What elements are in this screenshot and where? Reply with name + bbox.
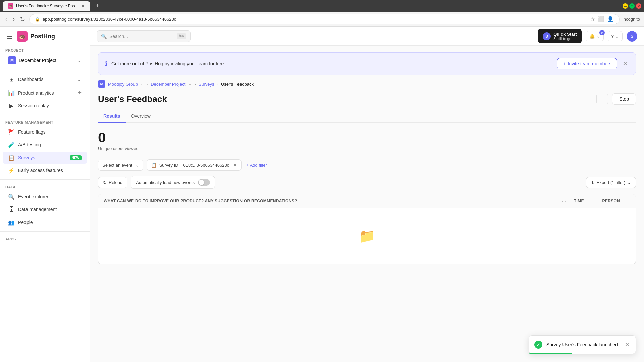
tab-results[interactable]: Results	[98, 110, 126, 123]
reload-icon: ↻	[103, 180, 107, 185]
bell-icon: 🔔	[589, 34, 595, 39]
toast-success-icon: ✓	[534, 341, 542, 349]
menu-toggle-btn[interactable]: ☰	[5, 31, 14, 42]
page-more-btn[interactable]: ···	[596, 94, 608, 104]
breadcrumb-sep-1: ›	[147, 82, 148, 87]
add-filter-btn[interactable]: + Add filter	[245, 160, 268, 170]
profile-icon[interactable]: 👤	[607, 16, 614, 22]
main-content: 🔍 Search... ⌘K 3 Quick Start 3 still to …	[90, 27, 644, 362]
sidebar-item-label-surveys: Surveys	[18, 155, 66, 160]
user-avatar-btn[interactable]: S	[627, 31, 637, 42]
tab-favicon: 🦔	[8, 3, 13, 9]
forward-btn[interactable]: ›	[11, 14, 16, 24]
toggle-knob	[199, 180, 204, 185]
help-btn[interactable]: ? ⌄	[608, 31, 623, 41]
filter-chip-remove-btn[interactable]: ✕	[233, 162, 237, 168]
sidebar-item-product-analytics[interactable]: 📊 Product analytics +	[3, 86, 87, 99]
window-controls: — □ ✕	[623, 3, 641, 9]
notifications-btn[interactable]: 🔔 0 ⌄	[586, 31, 604, 41]
sidebar-project-section-label: PROJECT	[0, 46, 90, 54]
info-icon: ℹ	[105, 60, 107, 67]
tab-close-btn[interactable]: ✕	[81, 3, 85, 9]
people-icon: 👥	[8, 219, 15, 226]
top-nav-right: 3 Quick Start 3 still to go 🔔 0 ⌄ ? ⌄ S	[538, 29, 637, 43]
breadcrumb-project[interactable]: December Project	[151, 82, 185, 87]
breadcrumb-sep-2: ›	[194, 82, 196, 87]
sidebar-data-section-label: DATA	[0, 182, 90, 190]
sidebar-project-selector[interactable]: M December Project ⌄	[3, 54, 87, 67]
sidebar-item-label-early-access: Early access features	[18, 168, 82, 173]
table-controls: ↻ Reload Automatically load new events ⬇…	[98, 176, 636, 189]
tab-overview[interactable]: Overview	[126, 110, 156, 123]
breadcrumb-chevron-1: ⌄	[141, 82, 144, 86]
breadcrumb-surveys[interactable]: Surveys	[199, 82, 214, 87]
product-analytics-add-icon[interactable]: +	[78, 89, 82, 96]
tab-title: User's Feedback • Surveys • Pos...	[16, 4, 78, 8]
dashboards-add-icon[interactable]: ⌄	[76, 76, 82, 83]
auto-load-toggle[interactable]	[198, 179, 210, 186]
person-col-label: PERSON	[602, 199, 620, 203]
invite-team-btn[interactable]: + Invite team members	[557, 58, 617, 69]
empty-folder-icon: 📁	[359, 228, 375, 244]
surveys-icon: 📋	[8, 154, 15, 161]
sidebar-item-dashboards[interactable]: ⊞ Dashboards ⌄	[3, 73, 87, 86]
plus-icon: +	[563, 61, 566, 66]
sidebar-item-label-ab-testing: A/B testing	[18, 142, 82, 147]
sidebar: ☰ 🦔 PostHog PROJECT M December Project ⌄…	[0, 27, 90, 362]
minimize-btn[interactable]: —	[623, 3, 628, 9]
survey-id-filter-chip[interactable]: 📋 Survey ID = 018c...3-5b653446623c ✕	[147, 159, 242, 171]
data-management-icon: 🗄	[8, 206, 15, 213]
new-tab-btn[interactable]: +	[93, 1, 102, 11]
address-bar[interactable]: 🔒 app.posthog.com/surveys/018c2336-47ce-…	[29, 14, 620, 24]
toast-close-btn[interactable]: ✕	[624, 340, 630, 349]
event-explorer-icon: 🔍	[8, 193, 15, 200]
quickstart-btn[interactable]: 3 Quick Start 3 still to go	[538, 29, 581, 43]
stop-survey-btn[interactable]: Stop	[612, 93, 636, 105]
sidebar-item-label-feature-flags: Feature flags	[18, 129, 82, 135]
banner-close-btn[interactable]: ✕	[621, 59, 629, 69]
back-btn[interactable]: ‹	[4, 14, 9, 24]
sidebar-item-early-access[interactable]: ⚡ Early access features	[3, 164, 87, 176]
sidebar-item-surveys[interactable]: 📋 Surveys NEW	[3, 152, 87, 164]
breadcrumb-org[interactable]: Moodjoy Group	[108, 82, 138, 87]
reload-btn[interactable]: ↻ Reload	[98, 177, 127, 188]
stats-section: 0 Unique users viewed	[98, 131, 636, 151]
sidebar-item-event-explorer[interactable]: 🔍 Event explorer	[3, 191, 87, 203]
breadcrumb-current: User's Feedback	[221, 82, 254, 87]
question-col-more-btn[interactable]: ···	[562, 198, 566, 204]
auto-load-control: Automatically load new events	[131, 176, 215, 189]
ab-testing-icon: 🧪	[8, 141, 15, 148]
invite-btn-label: Invite team members	[568, 61, 611, 66]
address-text: app.posthog.com/surveys/018c2336-47ce-00…	[43, 17, 176, 22]
cast-icon[interactable]: ⬜	[598, 16, 604, 22]
sidebar-item-ab-testing[interactable]: 🧪 A/B testing	[3, 139, 87, 151]
project-name: December Project	[19, 58, 75, 63]
sidebar-item-label-dashboards: Dashboards	[18, 77, 73, 82]
product-analytics-icon: 📊	[8, 89, 15, 96]
person-col-more-btn[interactable]: ···	[621, 199, 625, 203]
search-placeholder-text: Search...	[109, 34, 128, 39]
sidebar-item-label-people: People	[18, 220, 82, 225]
bookmark-icon[interactable]: ☆	[590, 16, 595, 22]
sidebar-item-session-replay[interactable]: ▶ Session replay	[3, 100, 87, 112]
sidebar-divider-4	[0, 231, 90, 232]
early-access-icon: ⚡	[8, 167, 15, 174]
active-tab[interactable]: 🦔 User's Feedback • Surveys • Pos... ✕	[3, 1, 90, 11]
maximize-btn[interactable]: □	[629, 3, 635, 9]
feature-flags-icon: 🚩	[8, 129, 15, 135]
sidebar-item-feature-flags[interactable]: 🚩 Feature flags	[3, 126, 87, 138]
search-bar[interactable]: 🔍 Search... ⌘K	[97, 30, 191, 42]
stat-unique-users-number: 0	[98, 131, 636, 145]
export-btn[interactable]: ⬇ Export (1 filter) ⌄	[586, 177, 636, 188]
data-table: WHAT CAN WE DO TO IMPROVE OUR PRODUCT? A…	[98, 194, 636, 264]
breadcrumb: M Moodjoy Group ⌄ › December Project ⌄ ›…	[98, 80, 636, 88]
sidebar-item-label-data-management: Data management	[18, 207, 82, 212]
sidebar-item-people[interactable]: 👥 People	[3, 216, 87, 228]
sidebar-item-data-management[interactable]: 🗄 Data management	[3, 203, 87, 216]
close-btn[interactable]: ✕	[636, 3, 641, 9]
time-col-more-btn[interactable]: ···	[585, 199, 589, 203]
posthog-logo: 🦔 PostHog	[17, 31, 55, 42]
sidebar-divider-1	[0, 70, 90, 70]
event-selector[interactable]: Select an event ⌄	[98, 160, 143, 171]
reload-page-btn[interactable]: ↻	[19, 14, 26, 24]
